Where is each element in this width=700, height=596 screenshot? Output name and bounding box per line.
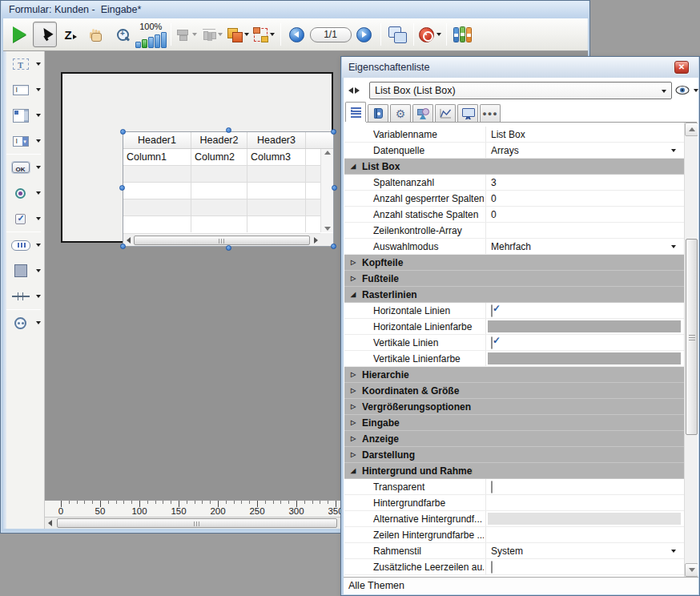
chevron-down-icon[interactable]	[36, 166, 41, 169]
expand-icon[interactable]: ▷	[351, 435, 356, 443]
property-value[interactable]	[485, 335, 684, 350]
property-value[interactable]	[485, 479, 684, 494]
property-section-row[interactable]: ◢Rasterlinien	[344, 287, 684, 303]
chevron-down-icon[interactable]	[270, 33, 275, 36]
property-section-row[interactable]: ▷Fußteile	[344, 271, 684, 287]
scroll-left-icon[interactable]	[48, 520, 52, 526]
property-row[interactable]: Zusätzliche Leerzeilen au...	[344, 559, 684, 575]
selection-handle[interactable]	[120, 129, 126, 135]
chevron-down-icon[interactable]	[36, 139, 41, 143]
property-row[interactable]: AuswahlmodusMehrfach	[344, 239, 684, 255]
tab-behavior[interactable]: ⚙	[390, 104, 411, 122]
tab-property-list[interactable]	[345, 102, 366, 122]
arrange-order-button[interactable]	[227, 22, 251, 47]
properties-titlebar[interactable]: Eigenschaftenliste ✕	[342, 57, 698, 78]
property-row[interactable]: Vertikale Linien	[344, 335, 684, 351]
chevron-down-icon[interactable]	[36, 191, 41, 195]
color-swatch[interactable]	[488, 320, 681, 332]
property-section-row[interactable]: ▷Anzeige	[344, 431, 684, 447]
scrollbar-thumb[interactable]	[134, 236, 310, 245]
property-value[interactable]	[485, 527, 684, 542]
zoom-level-control[interactable]: 100%	[135, 21, 167, 48]
palette-tool-radio-button[interactable]	[10, 184, 31, 203]
close-button[interactable]: ✕	[674, 61, 689, 74]
property-row[interactable]: Hintergrundfarbe	[344, 495, 684, 511]
scroll-down-button[interactable]	[685, 563, 698, 577]
palette-tool-dial[interactable]	[10, 314, 31, 332]
chevron-down-icon[interactable]	[36, 295, 41, 298]
property-row[interactable]: Zeilen Hintergrundfarbe ...	[344, 527, 684, 543]
property-value[interactable]: 0	[485, 191, 684, 206]
select-tool-button[interactable]	[33, 22, 57, 47]
palette-tool-frame[interactable]	[10, 262, 31, 280]
palette-tool-push-button[interactable]	[10, 159, 31, 177]
chevron-down-icon[interactable]	[36, 269, 41, 272]
expand-icon[interactable]: ▷	[351, 371, 356, 379]
tab-order-button[interactable]: Z	[58, 22, 82, 47]
cascade-windows-button[interactable]	[385, 22, 409, 47]
page-indicator[interactable]: 1/1	[310, 27, 352, 42]
property-section-row[interactable]: ◢List Box	[344, 159, 684, 175]
property-row[interactable]: DatenquelleArrays	[344, 143, 684, 159]
next-page-button[interactable]	[352, 22, 376, 47]
tab-scaling[interactable]	[435, 104, 456, 122]
listbox-horizontal-scrollbar[interactable]	[123, 233, 321, 246]
checkbox[interactable]	[491, 561, 493, 574]
scrollbar-thumb[interactable]	[57, 518, 337, 528]
property-value[interactable]	[485, 351, 684, 366]
scroll-up-icon[interactable]	[324, 151, 331, 155]
scroll-up-button[interactable]	[685, 123, 698, 136]
property-row[interactable]: Horizontale Linien	[344, 303, 684, 319]
tab-more[interactable]: ●●●	[480, 104, 501, 122]
expand-collapse-icon[interactable]: ◢	[351, 291, 356, 299]
object-navigation[interactable]	[348, 87, 360, 94]
property-section-row[interactable]: ▷Vergrößerungsoptionen	[344, 399, 684, 415]
chevron-down-icon[interactable]	[436, 33, 441, 36]
expand-icon[interactable]: ▷	[351, 275, 356, 283]
property-row[interactable]: Anzahl gesperrter Spalten0	[344, 191, 684, 207]
selection-handle[interactable]	[331, 129, 336, 135]
selection-handle[interactable]	[332, 185, 337, 191]
expand-collapse-icon[interactable]: ◢	[351, 467, 356, 475]
expand-icon[interactable]: ▷	[351, 387, 356, 395]
palette-tool-navigation-bar[interactable]	[10, 236, 31, 255]
chevron-down-icon[interactable]	[671, 550, 676, 553]
property-section-row[interactable]: ◢Hintergrund und Rahmen	[344, 463, 684, 479]
pan-button[interactable]	[84, 22, 108, 47]
chevron-down-icon[interactable]	[36, 88, 41, 91]
property-section-row[interactable]: ▷Koordinaten & Größe	[344, 383, 684, 399]
settings-button[interactable]	[418, 22, 442, 47]
property-row[interactable]: Vertikale Linienfarbe	[344, 351, 684, 367]
property-section-row[interactable]: ▷Darstellung	[344, 447, 684, 463]
palette-tool-separator-line[interactable]	[10, 288, 31, 306]
run-button[interactable]	[7, 22, 31, 47]
checkbox[interactable]	[491, 336, 493, 349]
main-titlebar[interactable]: Formular: Kunden - Eingabe*	[2, 1, 589, 18]
selection-handle[interactable]	[226, 245, 231, 251]
tab-objects[interactable]	[412, 104, 433, 122]
expand-icon[interactable]: ▷	[351, 403, 356, 411]
property-section-row[interactable]: ▷Eingabe	[344, 415, 684, 431]
selection-handle[interactable]	[226, 127, 231, 133]
property-row[interactable]: VariablennameList Box	[344, 127, 684, 143]
chevron-down-icon[interactable]	[36, 62, 41, 66]
property-value[interactable]	[485, 303, 684, 318]
selection-handle[interactable]	[119, 185, 125, 191]
expand-icon[interactable]: ▷	[351, 451, 356, 459]
chevron-down-icon[interactable]	[36, 114, 41, 117]
reports-button[interactable]	[451, 22, 475, 47]
property-value[interactable]	[485, 495, 684, 510]
property-value[interactable]: System	[485, 543, 684, 558]
property-value[interactable]: List Box	[485, 127, 684, 142]
visibility-filter-button[interactable]	[675, 85, 698, 95]
property-section-row[interactable]: ▷Kopfteile	[344, 255, 684, 271]
palette-tool-data-field[interactable]	[10, 81, 31, 99]
object-selector-combo[interactable]: List Box (List Box)	[369, 82, 672, 99]
scroll-right-icon[interactable]	[314, 237, 318, 244]
scrollbar-thumb[interactable]	[686, 239, 698, 435]
next-object-icon[interactable]	[355, 87, 360, 94]
listbox-control[interactable]: Header1Header2Header3 Column1Column2Colu…	[123, 131, 334, 247]
property-row[interactable]: Horizontale Linienfarbe	[344, 319, 684, 335]
property-row[interactable]: Spaltenanzahl3	[344, 175, 684, 191]
tab-display[interactable]	[457, 104, 478, 122]
